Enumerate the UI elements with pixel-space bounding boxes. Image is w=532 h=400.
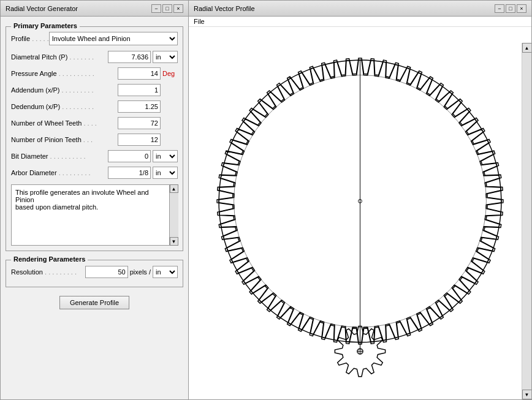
right-title: Radial Vector Profile — [194, 5, 255, 12]
pinion-teeth-row: Number of Pinion Teeth . . . — [11, 133, 178, 146]
resolution-label: Resolution . . . . . . . . . — [11, 268, 85, 276]
description-scroll-up[interactable]: ▲ — [170, 184, 178, 193]
right-maximize-button[interactable]: □ — [506, 4, 515, 13]
arbor-diameter-input[interactable] — [108, 167, 151, 179]
right-scrollbar: ▲ ▼ — [522, 43, 531, 399]
left-close-button[interactable]: × — [173, 4, 183, 13]
profile-row: Profile . . . . . Involute Wheel and Pin… — [11, 32, 178, 45]
arbor-diameter-label: Arbor Diameter . . . . . . . . . — [11, 169, 108, 176]
pressure-angle-row: Pressure Angle . . . . . . . . . . Deg — [11, 67, 178, 80]
arbor-diameter-unit[interactable]: inmmcm — [153, 167, 178, 179]
right-close-button[interactable]: × — [517, 4, 526, 13]
left-window-controls: − □ × — [151, 4, 183, 13]
menu-bar: File — [189, 17, 531, 27]
diametral-pitch-unit[interactable]: inmmcm — [153, 51, 178, 63]
resolution-row: Resolution . . . . . . . . . pixels / in… — [11, 265, 178, 279]
pressure-angle-label: Pressure Angle . . . . . . . . . . — [11, 70, 118, 77]
bit-diameter-row: Bit Diameter . . . . . . . . . . inmmcm — [11, 149, 178, 163]
bit-diameter-label: Bit Diameter . . . . . . . . . . — [11, 153, 108, 160]
wheel-teeth-label: Number of Wheel Teeth . . . . — [11, 119, 118, 127]
addendum-label: Addendum (x/P) . . . . . . . . . — [11, 86, 118, 94]
addendum-input[interactable] — [118, 84, 161, 96]
description-scroll-down[interactable]: ▼ — [170, 237, 178, 246]
dedendum-label: Dedendum (x/P) . . . . . . . . . — [11, 103, 118, 110]
right-scroll-down[interactable]: ▼ — [522, 390, 532, 399]
left-title: Radial Vector Generator — [6, 5, 78, 12]
pinion-teeth-input[interactable] — [118, 134, 161, 146]
addendum-row: Addendum (x/P) . . . . . . . . . — [11, 83, 178, 97]
primary-params-label: Primary Parameters — [11, 22, 80, 29]
file-menu[interactable]: File — [194, 18, 205, 25]
primary-params-group: Primary Parameters Profile . . . . . Inv… — [6, 26, 183, 251]
right-titlebar: Radial Vector Profile − □ × — [189, 1, 531, 17]
resolution-input[interactable] — [85, 266, 128, 278]
bit-diameter-input[interactable] — [108, 150, 151, 162]
description-box: This profile generates an involute Wheel… — [11, 184, 178, 246]
pressure-angle-unit: Deg — [162, 70, 178, 77]
wheel-teeth-input[interactable] — [118, 117, 161, 129]
description-text: This profile generates an involute Wheel… — [15, 189, 149, 211]
wheel-teeth-row: Number of Wheel Teeth . . . . — [11, 116, 178, 130]
profile-label: Profile . . . . . — [11, 35, 49, 42]
rendering-params-label: Rendering Parameters — [11, 255, 88, 263]
rendering-params-group: Rendering Parameters Resolution . . . . … — [6, 260, 183, 287]
left-panel: Radial Vector Generator − □ × Primary Pa… — [0, 0, 189, 400]
pressure-angle-input[interactable] — [118, 67, 161, 80]
dedendum-row: Dedendum (x/P) . . . . . . . . . — [11, 100, 178, 113]
arbor-diameter-row: Arbor Diameter . . . . . . . . . inmmcm — [11, 166, 178, 179]
description-scrollbar: ▲ ▼ — [169, 184, 178, 246]
left-titlebar: Radial Vector Generator − □ × — [1, 1, 188, 17]
diametral-pitch-row: Diametral Pitch (P) . . . . . . . inmmcm — [11, 50, 178, 64]
left-maximize-button[interactable]: □ — [162, 4, 172, 13]
right-window-controls: − □ × — [495, 4, 526, 13]
profile-select[interactable]: Involute Wheel and Pinion Spur Gear Rack… — [49, 32, 178, 45]
diametral-pitch-label: Diametral Pitch (P) . . . . . . . — [11, 53, 108, 61]
diametral-pitch-input[interactable] — [108, 51, 151, 63]
right-panel: Radial Vector Profile − □ × File ▲ ▼ — [189, 0, 532, 400]
right-minimize-button[interactable]: − — [495, 4, 504, 13]
resolution-unit-select[interactable]: inmmcm — [153, 266, 178, 278]
bit-diameter-unit[interactable]: inmmcm — [153, 150, 178, 162]
generate-profile-button[interactable]: Generate Profile — [59, 296, 129, 309]
dedendum-input[interactable] — [118, 100, 161, 113]
resolution-unit-text: pixels / — [130, 268, 151, 276]
gear-canvas: // Draw large gear wheel with 72 teeth (… — [189, 27, 531, 399]
panel-content: Primary Parameters Profile . . . . . Inv… — [1, 17, 188, 399]
left-minimize-button[interactable]: − — [151, 4, 161, 13]
right-scroll-up[interactable]: ▲ — [522, 43, 532, 53]
pinion-teeth-label: Number of Pinion Teeth . . . — [11, 136, 118, 143]
right-content: ▲ ▼ // Draw large gear wheel with 72 tee… — [189, 27, 531, 399]
